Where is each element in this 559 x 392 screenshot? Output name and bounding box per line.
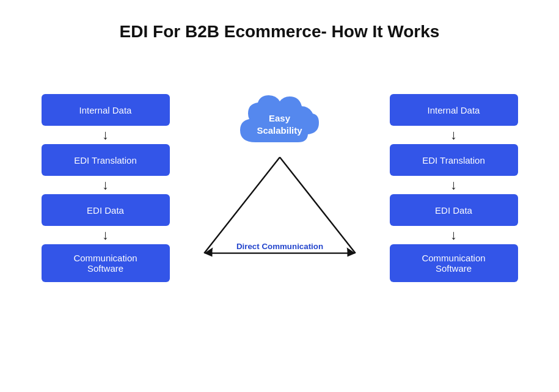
- right-internal-data-box: Internal Data: [390, 94, 518, 126]
- left-internal-data-box: Internal Data: [42, 94, 170, 126]
- triangle-svg: Direct Communication: [182, 151, 378, 274]
- right-flow-column: Internal Data ↓ EDI Translation ↓ EDI Da…: [384, 94, 524, 282]
- left-arrow-3: ↓: [102, 228, 109, 242]
- page-title: EDI For B2B Ecommerce- How It Works: [120, 22, 440, 42]
- right-comm-software-box: Communication Software: [390, 244, 518, 282]
- cloud-text: Easy Scalability: [257, 112, 302, 136]
- diagram: Internal Data ↓ EDI Translation ↓ EDI Da…: [0, 60, 559, 316]
- right-arrow-2: ↓: [450, 178, 457, 192]
- svg-text:Direct Communication: Direct Communication: [236, 242, 323, 251]
- left-comm-software-box: Communication Software: [42, 244, 170, 282]
- left-arrow-1: ↓: [102, 128, 109, 142]
- svg-line-0: [204, 158, 280, 253]
- right-arrow-3: ↓: [450, 228, 457, 242]
- cloud-container: Easy Scalability: [231, 90, 329, 158]
- left-arrow-2: ↓: [102, 178, 109, 192]
- left-edi-translation-box: EDI Translation: [42, 144, 170, 176]
- svg-line-1: [280, 158, 356, 253]
- center-section: Easy Scalability Direct Communication: [176, 60, 384, 316]
- left-flow-column: Internal Data ↓ EDI Translation ↓ EDI Da…: [35, 94, 176, 282]
- left-edi-data-box: EDI Data: [42, 194, 170, 226]
- right-edi-translation-box: EDI Translation: [390, 144, 518, 176]
- right-edi-data-box: EDI Data: [390, 194, 518, 226]
- right-arrow-1: ↓: [450, 128, 457, 142]
